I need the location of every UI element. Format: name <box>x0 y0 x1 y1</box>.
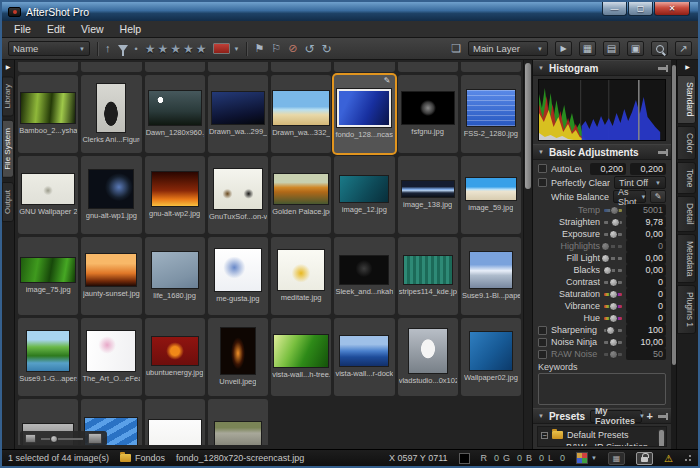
autolevel-checkbox[interactable] <box>538 164 547 173</box>
left-tab-library[interactable]: Library <box>2 76 14 116</box>
fullscreen-button[interactable]: ↗ <box>675 41 692 56</box>
thumbnail-image12[interactable]: image_12.jpg <box>334 156 394 234</box>
star-icon[interactable]: ★ <box>157 43 168 55</box>
thumbnail-fsfgnu[interactable]: fsfgnu.jpg <box>398 75 458 153</box>
slider-saturation[interactable] <box>604 293 622 296</box>
slider-value-fill-light[interactable]: 0,00 <box>626 252 666 264</box>
slider-value-saturation[interactable]: 0 <box>626 288 666 300</box>
thumbnail-gnuwall2[interactable]: GNU Wallpaper 2.jpg <box>18 156 78 234</box>
slider-highlights[interactable] <box>604 245 622 248</box>
thumbnail-fss[interactable]: FSS-2_1280.jpg <box>461 75 521 153</box>
thumbnail-jaunty[interactable]: jaunty-sunset.jpg <box>81 237 141 315</box>
color-label-swatch[interactable] <box>213 43 230 54</box>
slider-knob[interactable] <box>609 278 618 287</box>
thumbnail-view-button[interactable]: ▦ <box>579 41 596 56</box>
slider-contrast[interactable] <box>604 281 622 284</box>
left-tab-file-system[interactable]: File System <box>2 120 14 178</box>
thumbnail-stub[interactable] <box>18 62 78 72</box>
thumbnail-artfear[interactable]: The_Art_O...eFear.jpg <box>81 318 141 396</box>
thumbnail-night299[interactable]: Drawn_wa...299_.jpg <box>208 75 268 153</box>
copy-settings-icon[interactable]: ❏ <box>451 43 461 54</box>
thumbnail-image59[interactable]: image_59.jpg <box>461 156 521 234</box>
thumbnail-goldenpalace[interactable]: Golden Palace.jpg <box>271 156 331 234</box>
slider-knob[interactable] <box>601 242 610 251</box>
slideshow-button[interactable]: ▶ <box>555 41 572 56</box>
slider-knob[interactable] <box>609 314 618 323</box>
thumbnail-stub[interactable] <box>145 62 205 72</box>
slider-hue[interactable] <box>604 317 622 320</box>
thumbnail-stub[interactable] <box>461 62 521 72</box>
slider-sharpening[interactable] <box>604 329 622 332</box>
slider-value-exposure[interactable]: 0,00 <box>626 228 666 240</box>
grid-scrollbar[interactable] <box>523 60 532 449</box>
collapse-left-panel-icon[interactable]: ▶ <box>6 60 11 74</box>
right-tab-detail[interactable]: Detail <box>677 196 696 232</box>
preset-scrollbar-thumb[interactable] <box>659 430 664 447</box>
menu-file[interactable]: File <box>6 22 39 36</box>
right-tab-tone[interactable]: Tone <box>677 162 696 194</box>
current-folder[interactable]: Fondos <box>120 453 165 463</box>
slider-temp[interactable] <box>604 209 622 212</box>
white-balance-select[interactable]: As Shot ▼ <box>613 190 646 203</box>
thumbnail-gnualt2[interactable]: gnu-alt-wp2.jpg <box>145 156 205 234</box>
small-thumbnail-icon[interactable] <box>25 434 36 443</box>
thumbnail-clerks[interactable]: Clerks Ani...Figure.jpg <box>81 75 141 153</box>
thumbnail-vistapalm[interactable]: vista-wall...h-tree.jpg <box>271 318 331 396</box>
thumbnail-stub[interactable] <box>208 62 268 72</box>
thumbnail-stub[interactable] <box>81 62 141 72</box>
basic-adjustments-header[interactable]: ▼ Basic Adjustments <box>533 144 671 160</box>
layer-select[interactable]: Main Layer ▼ <box>468 41 548 56</box>
slider-vibrance[interactable] <box>604 305 622 308</box>
right-tab-standard[interactable]: Standard <box>677 75 696 124</box>
clear-flag-icon[interactable]: ⊘ <box>288 43 297 54</box>
thumbnail-beach332[interactable]: Drawn_wa...332_.jpg <box>271 75 331 153</box>
slider-noise-ninja[interactable] <box>604 341 622 344</box>
slider-knob[interactable] <box>601 254 610 263</box>
add-preset-button[interactable]: + <box>647 411 653 422</box>
thumbnail-vlad[interactable]: vladstudio...0x1024.jpg <box>398 318 458 396</box>
large-thumbnail-icon[interactable] <box>88 433 102 444</box>
pin-icon[interactable] <box>658 151 666 154</box>
autolevel-low-value[interactable]: 0,200 <box>590 163 626 175</box>
slider-value-contrast[interactable]: 0 <box>626 276 666 288</box>
slider-knob[interactable] <box>603 266 612 275</box>
slider-value-blacks[interactable]: 0,00 <box>626 264 666 276</box>
thumbnail-vistapier[interactable]: vista-wall...r-dock.jpg <box>334 318 394 396</box>
slider-knob[interactable] <box>609 290 618 299</box>
slider-knob[interactable] <box>609 338 618 347</box>
collapse-section-icon[interactable]: ▼ <box>538 413 544 419</box>
chevron-down-icon[interactable]: ▼ <box>233 46 239 52</box>
slider-value-highlights[interactable]: 0 <box>626 240 666 252</box>
sort-select[interactable]: Name ▼ <box>8 41 90 56</box>
menu-help[interactable]: Help <box>112 22 150 36</box>
thumbnail-megusta[interactable]: me-gusta.jpg <box>208 237 268 315</box>
collapse-right-panel-icon[interactable]: ▶ <box>685 60 690 74</box>
slider-blacks[interactable] <box>604 269 622 272</box>
right-tab-color[interactable]: Color <box>677 126 696 160</box>
menu-view[interactable]: View <box>73 22 112 36</box>
flag-pick-icon[interactable]: ⚑ <box>254 43 264 54</box>
preset-collection-select[interactable]: My Favorites ▼ <box>590 410 641 423</box>
thumbnail-zen[interactable] <box>208 399 268 445</box>
histogram-header[interactable]: ▼ Histogram <box>533 60 671 76</box>
star-icon[interactable]: ★ <box>196 43 207 55</box>
autolevel-high-value[interactable]: 0,200 <box>630 163 666 175</box>
thumbnail-dawn[interactable]: Dawn_1280x960.jpg <box>145 75 205 153</box>
thumbnail-unveil[interactable]: Unveil.jpeg <box>208 318 268 396</box>
image-view-button[interactable]: ▣ <box>627 41 644 56</box>
slider-value-temp[interactable]: 5001 <box>626 204 666 216</box>
chevron-down-icon[interactable]: ▼ <box>591 455 597 461</box>
thumbnail-stub[interactable] <box>398 62 458 72</box>
thumbnail-stripes[interactable]: stripes114_kde.jpg <box>398 237 458 315</box>
thumbnail-fondo[interactable]: ✎fondo_128...ncast.jpg <box>334 75 394 153</box>
rotate-right-icon[interactable]: ↻ <box>321 42 331 56</box>
minimize-button[interactable]: — <box>602 2 627 16</box>
thumbnail-bamboo[interactable]: Bamboo_2...ysha.jpg <box>18 75 78 153</box>
browse-view-button[interactable]: ▤ <box>603 41 620 56</box>
star-rating-filter[interactable]: ★★★★★ <box>145 43 207 55</box>
slider-value-straighten[interactable]: 9,78 <box>626 216 666 228</box>
thumbnail-stub[interactable] <box>271 62 331 72</box>
thumbnail-suse91bl[interactable]: Suse9.1-Bl...papers.jpg <box>461 237 521 315</box>
thumbnail-life1680[interactable]: life_1680.jpg <box>145 237 205 315</box>
presets-header[interactable]: ▼ Presets My Favorites ▼ + <box>533 408 671 424</box>
